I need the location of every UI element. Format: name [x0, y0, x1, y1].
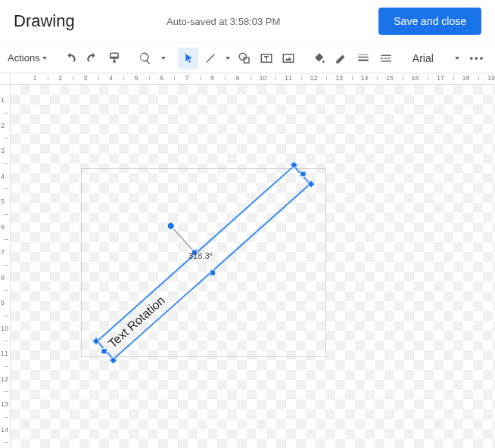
undo-button[interactable]: [60, 48, 80, 69]
ruler-v-label: 7: [1, 248, 5, 256]
ruler-v-label: 12: [1, 375, 8, 383]
actions-menu[interactable]: Actions: [8, 52, 50, 64]
shape-tool[interactable]: [234, 48, 254, 69]
dialog-title: Drawing: [14, 11, 75, 31]
horizontal-ruler: 12345678910111213141516171819: [11, 73, 495, 85]
ruler-v-label: 2: [1, 122, 5, 129]
ruler-v-label: 9: [1, 299, 5, 306]
chevron-down-icon: [42, 57, 47, 60]
border-weight-button[interactable]: [353, 48, 374, 69]
ruler-v-label: 1: [1, 96, 5, 104]
ruler-h-label: 1: [33, 74, 36, 82]
text-box-content: Text Rotation: [106, 294, 168, 351]
ruler-h-label: 2: [58, 74, 62, 82]
line-tool[interactable]: [200, 48, 220, 69]
ruler-v-label: 10: [1, 325, 8, 332]
ruler-h-label: 19: [487, 74, 495, 82]
ruler-v-label: 8: [1, 274, 5, 282]
ruler-h-label: 18: [462, 74, 469, 82]
ruler-h-label: 6: [160, 74, 163, 82]
ruler-h-label: 17: [437, 74, 444, 82]
ruler-h-label: 15: [386, 74, 394, 82]
ruler-h-label: 16: [411, 74, 419, 82]
ruler-v-label: 3: [1, 147, 5, 154]
ruler-h-label: 14: [360, 74, 368, 82]
svg-rect-1: [244, 58, 249, 63]
redo-icon: [86, 51, 99, 65]
resize-handle-w[interactable]: [101, 348, 107, 354]
svg-rect-3: [283, 54, 294, 62]
chevron-down-icon: [161, 57, 166, 60]
redo-button[interactable]: [82, 48, 103, 69]
border-color-button[interactable]: [332, 48, 352, 69]
drawing-canvas[interactable]: Text Rotation 318.3°: [11, 85, 495, 448]
dialog-header: Drawing Auto-saved at 3:58:03 PM Save an…: [0, 0, 495, 42]
image-tool[interactable]: [278, 48, 298, 69]
resize-handle-n[interactable]: [191, 249, 198, 255]
undo-icon: [64, 51, 77, 65]
font-select-label: Arial: [412, 52, 434, 64]
border-dash-button[interactable]: [375, 48, 396, 69]
toolbar: Actions: [0, 42, 495, 73]
more-icon: •••: [470, 52, 485, 64]
zoom-dropdown[interactable]: [157, 48, 168, 69]
resize-handle-e[interactable]: [300, 171, 306, 177]
select-tool[interactable]: [178, 48, 198, 69]
save-and-close-button[interactable]: Save and close: [378, 8, 481, 35]
ruler-h-label: 11: [285, 74, 292, 82]
pen-icon: [335, 51, 348, 65]
paint-bucket-icon: [313, 51, 326, 65]
ruler-v-label: 14: [1, 426, 8, 434]
line-tool-dropdown[interactable]: [223, 48, 233, 69]
ruler-h-label: 3: [83, 74, 87, 82]
zoom-icon: [139, 51, 152, 65]
image-icon: [282, 51, 295, 65]
resize-handle-s[interactable]: [210, 269, 216, 275]
paint-roller-icon: [107, 51, 121, 65]
ruler-h-label: 4: [109, 74, 113, 82]
autosave-status: Auto-saved at 3:58:03 PM: [167, 16, 280, 27]
textbox-tool[interactable]: [256, 48, 276, 69]
ruler-h-label: 7: [185, 74, 188, 82]
paint-format-button[interactable]: [104, 48, 125, 69]
cursor-icon: [182, 51, 195, 65]
ruler-corner: [0, 73, 11, 85]
fill-color-button[interactable]: [309, 48, 329, 69]
line-weight-icon: [356, 51, 370, 65]
chevron-down-icon: [226, 57, 230, 60]
ruler-v-label: 13: [1, 400, 8, 408]
ruler-h-label: 13: [335, 74, 343, 82]
textbox-icon: [260, 51, 273, 65]
ruler-v-label: 4: [1, 173, 5, 180]
chevron-down-icon: [455, 57, 459, 60]
actions-menu-label: Actions: [8, 52, 40, 64]
more-button[interactable]: •••: [467, 48, 487, 69]
text-box[interactable]: Text Rotation: [96, 165, 311, 360]
ruler-v-label: 6: [1, 223, 5, 231]
ruler-h-label: 12: [310, 74, 317, 82]
vertical-ruler: 1234567891011121314: [0, 85, 11, 448]
zoom-button[interactable]: [135, 48, 156, 69]
ruler-v-label: 5: [1, 198, 5, 205]
font-select[interactable]: Arial: [406, 52, 465, 64]
ruler-v-label: 11: [1, 350, 8, 357]
line-dash-icon: [379, 51, 393, 65]
ruler-h-label: 10: [259, 74, 266, 82]
line-icon: [204, 51, 217, 65]
shape-icon: [238, 51, 251, 65]
ruler-h-label: 5: [134, 74, 138, 82]
ruler-h-label: 8: [210, 74, 214, 82]
ruler-h-label: 9: [235, 74, 239, 82]
svg-point-0: [239, 53, 246, 60]
